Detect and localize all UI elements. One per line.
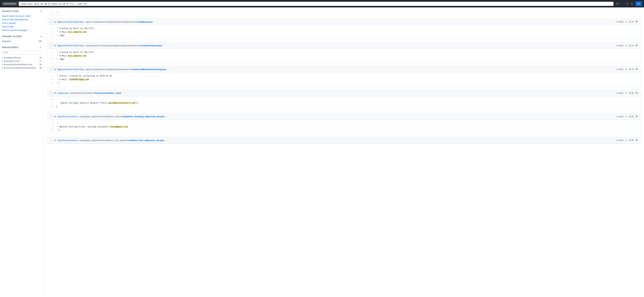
- results-area: 6 * 📄 ⊙ Bigkoo/Android-PickerView › app/…: [44, 7, 644, 296]
- line-num-5-10: 10: [48, 129, 56, 132]
- line-num-2-6: 6: [48, 51, 56, 54]
- result-path-1: 📄 ⊙ Bigkoo/Android-PickerView › app/src/…: [50, 20, 152, 23]
- line-content-5-9: * @author William Fiset, william.alexand…: [56, 125, 640, 129]
- filter-lang-java-label[interactable]: lang:java: [2, 40, 11, 42]
- eye-icon-3[interactable]: 👁: [636, 68, 638, 71]
- line-num-3-17: 17: [48, 74, 56, 77]
- result-filename-link-4[interactable]: SourceAnnotation_1.java: [95, 92, 121, 94]
- result-match-count-3: 1 match: [616, 68, 624, 70]
- code-line-1-8: 8 * E-Mail:kyu_yi@sina.com: [48, 30, 640, 34]
- search-icon: [637, 2, 640, 5]
- repo-search-input[interactable]: [2, 50, 42, 55]
- result-filename-link-1[interactable]: CardBean.java: [137, 21, 152, 23]
- github-icon-5: ⊙: [54, 115, 56, 118]
- result-filename-link-5[interactable]: bipartite_checking_adjacency_list.java: [124, 115, 165, 118]
- email-highlight-2: kyu_yi@sina.com: [68, 55, 86, 57]
- search-types-section: SEARCH TYPES ▼ Search repos by org or na…: [2, 10, 42, 32]
- repo-google-count: 47: [40, 60, 42, 62]
- result-repo-link-5[interactable]: OpenGenus/cosmos: [57, 115, 78, 118]
- result-card-5: 📄 ⊙ OpenGenus/cosmos › code/graph_algori…: [47, 113, 640, 134]
- github-icon-2: ⊙: [54, 44, 56, 47]
- search-input[interactable]: [20, 2, 612, 5]
- result-filename-link-2[interactable]: CustomListener.java: [141, 44, 162, 47]
- filter-lang-java-count: 500: [38, 40, 42, 42]
- github-icon-3: ⊙: [54, 68, 56, 71]
- star-icon-6: ★: [625, 139, 627, 141]
- code-line-1-7: 7 * Created by KyuYi on 2017/3/2.: [48, 27, 640, 30]
- star-count-3: 13.1k: [629, 68, 634, 70]
- result-repo-link-3[interactable]: Bigkoo/Android-PickerView: [57, 68, 84, 71]
- result-repo-link-6[interactable]: OpenGenus/cosmos: [57, 139, 78, 142]
- result-match-count-1: 1 match: [616, 21, 624, 23]
- repositories-header[interactable]: REPOSITORIES ▼: [2, 46, 42, 49]
- result-meta-4: 1 match ★ 13.8k 👁: [616, 92, 638, 95]
- sidebar-item-repos-by-name[interactable]: Search repos by org or name: [2, 14, 42, 18]
- repo-alibaba-label[interactable]: r: ⚙ alibaba/ARouter: [2, 57, 21, 59]
- result-repo-link-2[interactable]: Bigkoo/Android-PickerView: [57, 44, 84, 47]
- line-content-2-7: * E-Mail:kyu_yi@sina.com: [56, 54, 640, 58]
- eye-icon-2[interactable]: 👁: [636, 44, 638, 47]
- star-icon-5: ★: [625, 115, 627, 118]
- sidebar-item-repo-deps[interactable]: Search repo dependencies: [2, 18, 42, 21]
- star-count-5: 13.0k: [629, 115, 634, 118]
- regex-btn[interactable]: .*: [621, 2, 624, 5]
- result-meta-3: 1 match ★ 13.1k 👁: [616, 68, 638, 71]
- repo-danikula-label[interactable]: r: ⚙ danikula/AndroidVideoCache: [2, 63, 32, 66]
- repo-jessyan-label[interactable]: r: ⚙ JessYanCoding/AndroidAutoSize: [2, 67, 36, 69]
- code-block-5: 8 * 9 * @author William Fiset, william.a…: [48, 120, 640, 134]
- result-filename-link-3[interactable]: TestCircleWheelViewActivity.java: [132, 68, 166, 71]
- sidebar-item-commit-messages[interactable]: Search commit messages: [2, 28, 42, 32]
- file-icon-1: 📄: [50, 20, 53, 23]
- line-content-2-8: * 功能:: [56, 58, 640, 61]
- result-path-2: 📄 ⊙ Bigkoo/Android-PickerView › pickervi…: [50, 44, 162, 47]
- code-line-1-9: 9 * 功能:: [48, 34, 640, 37]
- email-highlight-1: kyu_yi@sina.com: [68, 31, 86, 33]
- repo-google-label[interactable]: r: ⚙ google/or-tools: [2, 60, 20, 62]
- brackets-btn[interactable]: []: [626, 2, 629, 5]
- result-header-3: 📄 ⊙ Bigkoo/Android-PickerView › app/src/…: [48, 66, 640, 73]
- email-highlight-5: fiset@gmail.com: [110, 126, 128, 128]
- line-num-3-18: 18: [48, 78, 56, 81]
- search-types-header[interactable]: SEARCH TYPES ▼: [2, 10, 42, 12]
- file-icon-6: 📄: [50, 139, 53, 142]
- line-content-3-18: * e-mail: 516030811@qq.com: [56, 78, 640, 81]
- eye-icon-5[interactable]: 👁: [636, 115, 638, 118]
- line-num-1-7: 7: [48, 27, 56, 30]
- line-content-1-8: * E-Mail:kyu_yi@sina.com: [56, 30, 640, 34]
- copy-btn[interactable]: ⧉: [630, 2, 634, 5]
- line-num-1-8: 8: [48, 30, 56, 34]
- eye-icon-6[interactable]: 👁: [636, 139, 638, 142]
- code-block-2: 6 * Created by KyuYi on 2017/3/2. 7 * E-…: [48, 49, 640, 63]
- repo-jessyan-count: 39: [40, 67, 42, 69]
- result-path-6: 📄 ⊙ OpenGenus/cosmos › code/graph_algori…: [50, 139, 164, 142]
- result-repo-link-1[interactable]: Bigkoo/Android-PickerView: [57, 21, 84, 23]
- result-path-text-1: Bigkoo/Android-PickerView › app/src/main…: [57, 21, 152, 23]
- search-button[interactable]: [635, 1, 642, 6]
- code-line-2-8: 8 * 功能:: [48, 58, 640, 61]
- result-match-count-5: 1 match: [616, 115, 624, 118]
- repositories-section: REPOSITORIES ▼ r: ⚙ alibaba/ARouter 65 r…: [2, 46, 42, 70]
- line-num-2-7: 7: [48, 54, 56, 57]
- result-path-text-4: scala/scala › test/files/jvm/annotations…: [57, 92, 121, 94]
- case-sensitive-btn[interactable]: Aa: [615, 2, 620, 5]
- result-match-count-2: 1 match: [616, 44, 624, 47]
- result-card-4: 📄 ⊙ scala/scala › test/files/jvm/annotat…: [47, 90, 640, 110]
- sidebar-item-find-symbol[interactable]: Find a symbol: [2, 21, 42, 25]
- line-content-2-6: * Created by KyuYi on 2017/3/2.: [56, 51, 640, 54]
- dynamic-filters-chevron: ▼: [40, 36, 42, 37]
- result-repo-link-4[interactable]: scala/scala: [57, 92, 68, 94]
- eye-icon-1[interactable]: 👁: [636, 20, 638, 23]
- line-num-3-19: 19: [48, 82, 56, 85]
- result-header-6: 📄 ⊙ OpenGenus/cosmos › code/graph_algori…: [48, 137, 640, 144]
- result-filename-link-6[interactable]: bellman_ford_adjacency_list.java: [129, 139, 164, 142]
- sidebar-item-search-diffs[interactable]: Search diffs: [2, 25, 42, 28]
- code-line-5-8: 8 *: [48, 122, 640, 125]
- github-icon-4: ⊙: [54, 92, 56, 94]
- line-content-1-9: * 功能:: [56, 34, 640, 37]
- star-count-2: 13.1k: [629, 44, 634, 47]
- dynamic-filters-header[interactable]: DYNAMIC FILTERS ▼: [2, 35, 42, 38]
- star-icon-3: ★: [625, 68, 627, 70]
- repo-jessyan: r: ⚙ JessYanCoding/AndroidAutoSize 39: [2, 66, 42, 70]
- repo-danikula-count: 46: [40, 63, 42, 66]
- eye-icon-4[interactable]: 👁: [636, 92, 638, 95]
